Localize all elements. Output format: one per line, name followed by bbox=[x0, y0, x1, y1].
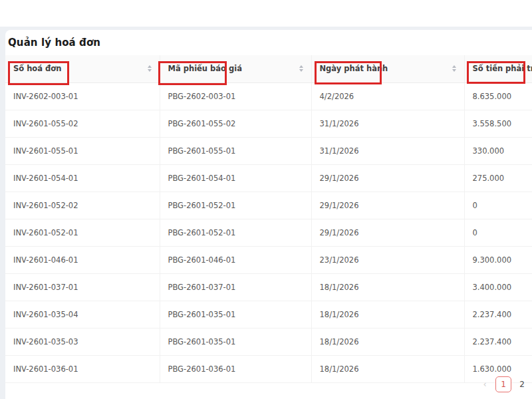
date-cell: 29/1/2026 bbox=[311, 219, 464, 246]
quote-cell: PBG-2601-036-01 bbox=[160, 355, 311, 382]
invoice-cell: INV-2601-035-03 bbox=[5, 328, 160, 355]
table-row: INV-2601-037-01 PBG-2601-037-01 18/1/202… bbox=[5, 273, 532, 301]
quote-cell: PBG-2601-055-01 bbox=[160, 137, 311, 164]
screen: Quản lý hoá đơn Số hoá đơn Mã phiếu báo … bbox=[0, 0, 532, 399]
invoice-cell: INV-2602-003-01 bbox=[5, 82, 160, 110]
invoice-cell: INV-2601-054-01 bbox=[5, 164, 160, 192]
annotation-box-amount-due bbox=[467, 61, 525, 84]
amount-cell: 330.000 bbox=[464, 137, 532, 164]
table-row: INV-2601-052-02 PBG-2601-052-01 29/1/202… bbox=[5, 192, 532, 219]
date-cell: 31/1/2026 bbox=[311, 110, 464, 137]
date-cell: 18/1/2026 bbox=[311, 328, 464, 355]
annotation-box-issue-date bbox=[315, 61, 382, 84]
table-row: INV-2601-052-01 PBG-2601-052-01 29/1/202… bbox=[5, 219, 532, 246]
date-cell: 18/1/2026 bbox=[311, 273, 464, 301]
date-cell: 23/1/2026 bbox=[311, 246, 464, 273]
date-cell: 18/1/2026 bbox=[311, 301, 464, 328]
date-cell: 31/1/2026 bbox=[311, 137, 464, 164]
caret-down-icon bbox=[299, 69, 303, 72]
quote-cell: PBG-2601-037-01 bbox=[160, 273, 311, 301]
amount-cell: 8.635.000 bbox=[464, 82, 532, 110]
invoice-cell: INV-2601-055-02 bbox=[5, 110, 160, 137]
invoice-cell: INV-2601-052-01 bbox=[5, 219, 160, 246]
caret-up-icon bbox=[452, 65, 456, 68]
caret-up-icon bbox=[148, 65, 152, 68]
date-cell: 29/1/2026 bbox=[311, 192, 464, 219]
amount-cell: 2.237.400 bbox=[464, 301, 532, 328]
quote-cell: PBG-2601-054-01 bbox=[160, 164, 311, 192]
invoice-management-card: Quản lý hoá đơn Số hoá đơn Mã phiếu báo … bbox=[5, 30, 532, 399]
sort-icon bbox=[452, 65, 456, 72]
invoices-table: Số hoá đơn Mã phiếu báo giá Ngày phát hà… bbox=[5, 55, 532, 383]
sort-icon bbox=[299, 65, 303, 72]
table-row: INV-2601-036-01 PBG-2601-036-01 18/1/202… bbox=[5, 355, 532, 382]
table-row: INV-2601-035-04 PBG-2601-035-01 18/1/202… bbox=[5, 301, 532, 328]
table-row: INV-2601-046-01 PBG-2601-046-01 23/1/202… bbox=[5, 246, 532, 273]
page-2-button[interactable]: 2 bbox=[517, 380, 527, 389]
amount-cell: 2.237.400 bbox=[464, 328, 532, 355]
table-row: INV-2601-055-02 PBG-2601-055-02 31/1/202… bbox=[5, 110, 532, 137]
quote-cell: PBG-2601-035-01 bbox=[160, 301, 311, 328]
caret-up-icon bbox=[299, 65, 303, 68]
amount-cell: 275.000 bbox=[464, 164, 532, 192]
page-title: Quản lý hoá đơn bbox=[8, 37, 100, 49]
pagination: ‹ 1 2 bbox=[480, 376, 527, 392]
sort-icon bbox=[148, 65, 152, 72]
previous-page-icon[interactable]: ‹ bbox=[480, 376, 489, 392]
page-1-button[interactable]: 1 bbox=[495, 376, 511, 392]
amount-cell: 9.300.000 bbox=[464, 246, 532, 273]
quote-cell: PBG-2601-055-02 bbox=[160, 110, 311, 137]
table-row: INV-2601-054-01 PBG-2601-054-01 29/1/202… bbox=[5, 164, 532, 192]
table-row: INV-2601-055-01 PBG-2601-055-01 31/1/202… bbox=[5, 137, 532, 164]
amount-cell: 0 bbox=[464, 219, 532, 246]
quote-cell: PBG-2601-035-01 bbox=[160, 328, 311, 355]
amount-cell: 3.400.000 bbox=[464, 273, 532, 301]
amount-cell: 3.558.500 bbox=[464, 110, 532, 137]
annotation-box-invoice-number bbox=[8, 61, 69, 85]
quote-cell: PBG-2601-052-01 bbox=[160, 192, 311, 219]
quote-cell: PBG-2601-046-01 bbox=[160, 246, 311, 273]
date-cell: 29/1/2026 bbox=[311, 164, 464, 192]
caret-down-icon bbox=[148, 69, 152, 72]
invoice-cell: INV-2601-036-01 bbox=[5, 355, 160, 382]
invoice-cell: INV-2601-052-02 bbox=[5, 192, 160, 219]
invoice-cell: INV-2601-035-04 bbox=[5, 301, 160, 328]
quote-cell: PBG-2602-003-01 bbox=[160, 82, 311, 110]
caret-down-icon bbox=[452, 69, 456, 72]
invoice-cell: INV-2601-037-01 bbox=[5, 273, 160, 301]
date-cell: 18/1/2026 bbox=[311, 355, 464, 382]
amount-cell: 0 bbox=[464, 192, 532, 219]
table-row: INV-2601-035-03 PBG-2601-035-01 18/1/202… bbox=[5, 328, 532, 355]
annotation-box-quote-number bbox=[158, 61, 227, 85]
table-row: INV-2602-003-01 PBG-2602-003-01 4/2/2026… bbox=[5, 82, 532, 110]
date-cell: 4/2/2026 bbox=[311, 82, 464, 110]
invoice-cell: INV-2601-046-01 bbox=[5, 246, 160, 273]
table-header-row: Số hoá đơn Mã phiếu báo giá Ngày phát hà… bbox=[5, 55, 532, 82]
invoice-cell: INV-2601-055-01 bbox=[5, 137, 160, 164]
quote-cell: PBG-2601-052-01 bbox=[160, 219, 311, 246]
